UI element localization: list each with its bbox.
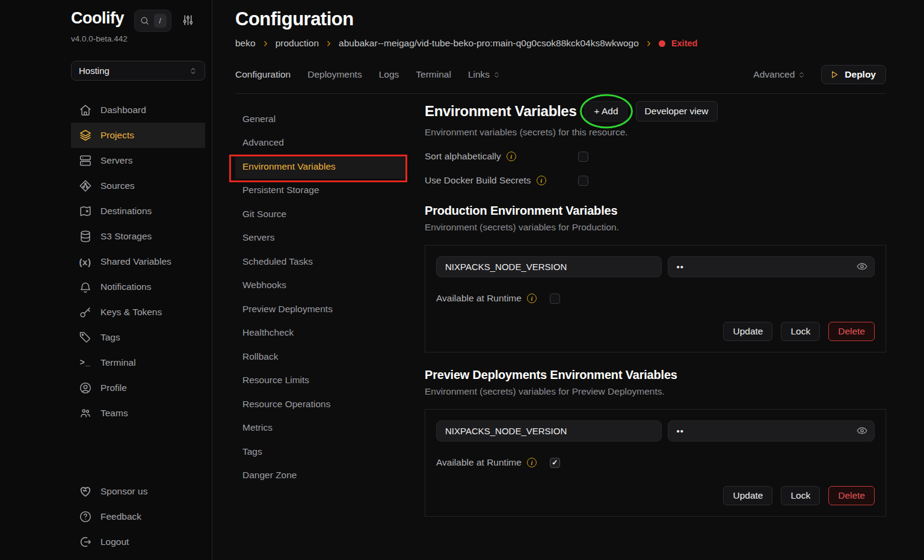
sidebar-item-projects[interactable]: Projects [71,123,205,148]
search-button[interactable]: / [134,10,171,32]
env-value-input[interactable] [668,256,875,277]
home-icon [78,103,92,117]
main-area: Configuration beko production abubakar--… [212,0,924,560]
subnav-general[interactable]: General [235,107,407,131]
subnav-resource-limits[interactable]: Resource Limits [235,369,407,393]
update-button[interactable]: Update [723,486,772,505]
subnav-servers[interactable]: Servers [235,226,407,250]
subnav-rollback[interactable]: Rollback [235,345,407,369]
lock-button[interactable]: Lock [781,322,820,341]
info-icon: i [507,152,516,161]
sidebar-footer: Sponsor us Feedback Logout [71,479,205,555]
sidebar-item-feedback[interactable]: Feedback [71,504,205,529]
env-value-input[interactable] [668,420,875,442]
sort-alphabetically-checkbox[interactable] [578,152,588,162]
subnav-advanced[interactable]: Advanced [235,131,407,155]
key-icon [78,306,92,319]
bell-icon [78,280,92,294]
sidebar-item-label: Sponsor us [100,486,147,497]
breadcrumb-environment[interactable]: production [276,38,319,49]
env-var-card: Available at Runtime i ✓ Update Lock Del… [425,409,886,517]
sidebar-item-logout[interactable]: Logout [71,529,205,555]
subnav-environment-variables[interactable]: Environment Variables [235,155,407,179]
subnav-danger-zone[interactable]: Danger Zone [235,464,407,488]
env-key-input[interactable] [436,420,662,442]
status-badge: Exited [671,38,698,48]
developer-view-button[interactable]: Developer view [636,101,718,122]
sidebar-item-sponsor[interactable]: Sponsor us [71,479,205,504]
available-at-runtime-checkbox[interactable] [550,294,560,304]
page-title: Configuration [235,8,886,30]
subnav-metrics[interactable]: Metrics [235,416,407,440]
sidebar-item-servers[interactable]: Servers [71,148,205,173]
subnav-webhooks[interactable]: Webhooks [235,274,407,298]
subnav-scheduled-tasks[interactable]: Scheduled Tasks [235,250,407,274]
advanced-label: Advanced [753,69,795,80]
sidebar-item-shared-variables[interactable]: (x) Shared Variables [71,249,205,274]
sidebar-item-label: Teams [100,408,128,419]
sidebar-item-dashboard[interactable]: Dashboard [71,97,205,123]
env-description: Environment variables (secrets) for this… [425,127,886,138]
tab-configuration[interactable]: Configuration [235,69,291,80]
chevron-updown-icon [189,67,197,75]
app-logo[interactable]: Coolify [71,8,124,29]
server-icon [78,154,92,167]
env-key-input[interactable] [436,256,662,277]
sidebar-item-profile[interactable]: Profile [71,375,205,401]
sidebar-item-sources[interactable]: Sources [71,173,205,198]
team-select-value: Hosting [79,66,109,76]
sidebar-item-label: Tags [100,332,120,343]
available-at-runtime-checkbox[interactable]: ✓ [550,458,560,468]
docker-build-secrets-checkbox[interactable] [578,176,588,186]
eye-icon[interactable] [856,260,868,272]
deploy-button[interactable]: Deploy [821,65,886,84]
lock-button[interactable]: Lock [781,486,820,505]
subnav-tags[interactable]: Tags [235,440,407,464]
tag-icon [78,331,92,344]
chevron-right-icon [262,40,270,48]
sidebar-item-label: Dashboard [100,105,146,115]
eye-icon[interactable] [856,425,868,437]
play-icon [830,70,839,79]
tab-terminal[interactable]: Terminal [416,69,451,80]
settings-sliders-icon[interactable] [182,14,194,26]
subnav-git-source[interactable]: Git Source [235,202,407,226]
sidebar-item-label: Terminal [100,357,136,368]
subnav-healthcheck[interactable]: Healthcheck [235,321,407,345]
add-env-button[interactable]: + Add [585,101,627,122]
sort-alphabetically-label: Sort alphabetically [425,151,501,162]
production-section-title: Production Environment Variables [425,204,886,218]
chevron-right-icon [325,40,333,48]
app-version: v4.0.0-beta.442 [71,34,205,43]
sidebar-item-teams[interactable]: Teams [71,401,205,426]
delete-button[interactable]: Delete [828,486,875,505]
tab-links-label: Links [468,69,490,80]
delete-button[interactable]: Delete [828,322,875,341]
sidebar-item-keys-tokens[interactable]: Keys & Tokens [71,300,205,325]
help-circle-icon [78,510,92,523]
sidebar-item-notifications[interactable]: Notifications [71,274,205,300]
advanced-menu[interactable]: Advanced [753,69,805,80]
git-source-icon [78,179,92,192]
env-title: Environment Variables [425,103,576,120]
sidebar-item-label: Feedback [100,511,141,522]
sidebar-item-s3-storages[interactable]: S3 Storages [71,224,205,249]
breadcrumb-resource[interactable]: abubakar--meigag/vid-tube-beko-pro:main-… [339,38,639,49]
subnav-preview-deployments[interactable]: Preview Deployments [235,297,407,321]
heart-hands-icon [78,485,92,498]
tab-links[interactable]: Links [468,69,500,80]
sidebar: Coolify / v4.0.0-beta.442 Hosting Dashbo… [0,0,212,560]
update-button[interactable]: Update [723,322,772,341]
tab-deployments[interactable]: Deployments [307,69,362,80]
subnav-resource-operations[interactable]: Resource Operations [235,392,407,416]
subnav-persistent-storage[interactable]: Persistent Storage [235,179,407,203]
sidebar-item-destinations[interactable]: Destinations [71,198,205,224]
team-select[interactable]: Hosting [71,61,205,81]
sidebar-item-label: S3 Storages [100,231,152,242]
breadcrumb-project[interactable]: beko [235,38,256,49]
sidebar-item-tags[interactable]: Tags [71,325,205,350]
info-icon: i [527,458,537,467]
available-at-runtime-label: Available at Runtime [436,457,522,468]
tab-logs[interactable]: Logs [379,69,399,80]
sidebar-item-terminal[interactable]: >_ Terminal [71,350,205,375]
